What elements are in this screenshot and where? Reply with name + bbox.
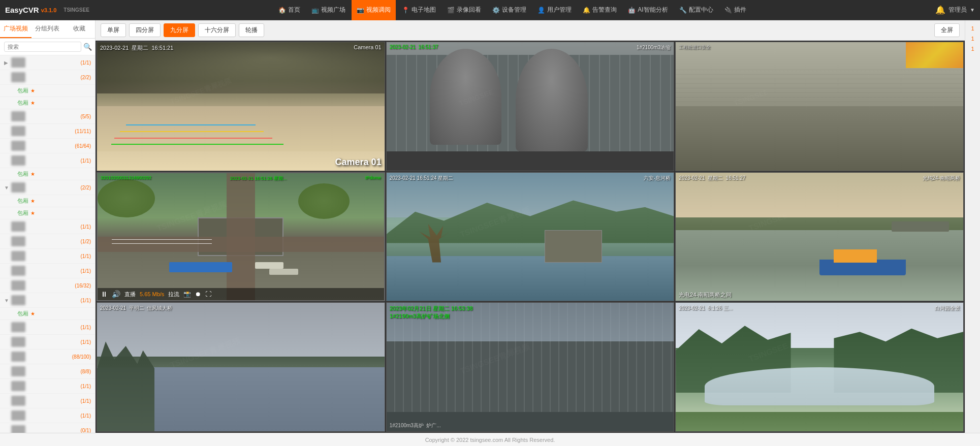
- list-item-room2[interactable]: 包厢 ★: [0, 97, 95, 109]
- camera-thumbnail: [11, 337, 25, 347]
- list-item[interactable]: (88/100): [0, 349, 95, 364]
- four-screen-btn[interactable]: 四分屏: [129, 23, 161, 37]
- camera-thumbnail: [11, 182, 25, 193]
- list-item[interactable]: (0/1): [0, 423, 95, 433]
- tab-group-list[interactable]: 分组列表: [31, 20, 63, 38]
- list-item[interactable]: ▼ (1/1): [0, 293, 95, 308]
- camera-thumbnail: [11, 381, 25, 391]
- video-cell-4[interactable]: TSINGSEE青犀视频 32010200031316900292 2023-0…: [97, 172, 385, 302]
- expand-arrow: ▶: [4, 60, 9, 66]
- search-input[interactable]: [4, 42, 81, 52]
- nav-video[interactable]: 📷 视频调阅: [352, 0, 396, 20]
- list-item[interactable]: (8/8): [0, 364, 95, 379]
- camera-name-2: 1#2100m3浓缩: [637, 44, 671, 51]
- app-logo: EasyCVR v3.1.0 TSINGSEE: [5, 6, 89, 14]
- list-item[interactable]: (1/1): [0, 408, 95, 423]
- top-navigation: EasyCVR v3.1.0 TSINGSEE 🏠 首页 📺 视频广场 📷 视频…: [0, 0, 980, 20]
- favorite-star[interactable]: ★: [30, 311, 35, 316]
- nav-plugin[interactable]: 🔌 插件: [719, 0, 751, 20]
- camera-thumbnail: [11, 111, 25, 121]
- favorite-star[interactable]: ★: [30, 210, 35, 216]
- video-cell-7[interactable]: TSINGSEE青犀视频 2023-02-21 平明二 信凤城大桥: [97, 302, 385, 432]
- camera-thumbnail: [11, 57, 25, 68]
- list-item[interactable]: (1/1): [0, 394, 95, 408]
- tab-plaza-video[interactable]: 广场视频: [0, 20, 31, 38]
- nav-config[interactable]: 🔧 配置中心: [674, 0, 718, 20]
- sidebar-tabs: 广场视频 分组列表 收藏: [0, 20, 95, 39]
- single-screen-btn[interactable]: 单屏: [101, 23, 126, 37]
- video-cell-8[interactable]: TSINGSEE青犀视频 2023年02月21日 星期二 16:53:38 1#…: [386, 302, 675, 432]
- right-num-3[interactable]: 1: [970, 45, 975, 53]
- ai-icon: 🤖: [628, 7, 636, 14]
- video-cell-5[interactable]: TSINGSEE青犀视频 2023-02-21 16:51:24 星期二 六安-…: [386, 172, 675, 302]
- video-area: 单屏 四分屏 九分屏 十六分屏 轮播 全屏 TSI: [96, 20, 965, 433]
- camera-thumbnail: [11, 141, 25, 151]
- list-item[interactable]: ▶ (1/1): [0, 55, 95, 70]
- logo-version: v3.1.0: [41, 7, 57, 13]
- favorite-star[interactable]: ★: [30, 100, 35, 106]
- list-item-room6[interactable]: 包厢 ★: [0, 308, 95, 320]
- camera-thumbnail: [11, 266, 25, 276]
- video-toolbar: 单屏 四分屏 九分屏 十六分屏 轮播 全屏: [96, 20, 965, 41]
- video-cell-3[interactable]: TSINGSEE 工程处进口安全: [675, 42, 964, 171]
- video-icon: 📷: [357, 7, 364, 14]
- footer: Copyright © 2022 tsingsee.com All Rights…: [0, 433, 980, 446]
- search-icon[interactable]: 🔍: [83, 43, 92, 51]
- right-num-2[interactable]: 1: [970, 35, 975, 43]
- tab-favorites[interactable]: 收藏: [64, 20, 95, 38]
- sidebar-tree: ▶ (1/1) (2/2) 包厢 ★ 包厢 ★ (: [0, 55, 95, 433]
- list-item[interactable]: (1/1): [0, 249, 95, 264]
- nine-screen-btn[interactable]: 九分屏: [164, 23, 195, 37]
- list-item[interactable]: (1/1): [0, 320, 95, 335]
- camera-thumbnail: [11, 410, 25, 421]
- video-cell-6[interactable]: TSINGSEE 2023-02-21 星期二 16:51:27 光纯24-南昭…: [675, 172, 964, 302]
- nav-home[interactable]: 🏠 首页: [273, 0, 305, 20]
- nav-alarm[interactable]: 🔔 告警查询: [578, 0, 622, 20]
- nav-user[interactable]: 👤 用户管理: [532, 0, 577, 20]
- sixteen-screen-btn[interactable]: 十六分屏: [198, 23, 236, 37]
- video-cell-1[interactable]: TSINGSEE青犀视频 2023-02-21 星期二 16:51:21 Cam…: [97, 42, 385, 171]
- favorite-star[interactable]: ★: [30, 88, 35, 93]
- nav-map[interactable]: 📍 电子地图: [397, 0, 441, 20]
- nav-device[interactable]: ⚙️ 设备管理: [487, 0, 531, 20]
- map-icon: 📍: [402, 7, 409, 14]
- favorite-star[interactable]: ★: [30, 171, 35, 177]
- video-grid-nine: TSINGSEE青犀视频 2023-02-21 星期二 16:51:21 Cam…: [96, 41, 965, 433]
- list-item-room4[interactable]: 包厢 ★: [0, 195, 95, 207]
- main-layout: 广场视频 分组列表 收藏 🔍 ▶ (1/1) (2/2) 包厢 ★: [0, 20, 980, 433]
- list-item-room3[interactable]: 包厢 ★: [0, 168, 95, 180]
- video-cell-2[interactable]: TSINGSEE 2023-02-21 16:51:37 1#2100m3浓缩: [386, 42, 675, 171]
- list-item[interactable]: (5/5): [0, 109, 95, 124]
- list-item[interactable]: (1/1): [0, 379, 95, 394]
- list-item[interactable]: ▼ (2/2): [0, 180, 95, 195]
- fullscreen-btn[interactable]: 全屏: [934, 23, 960, 37]
- video-cell-9[interactable]: TSINGSEE 2023-02-21 6:1:26 三... 白河园全景: [675, 302, 964, 432]
- list-item-room5[interactable]: 包厢 ★: [0, 207, 95, 219]
- list-item[interactable]: (1/1): [0, 219, 95, 234]
- timestamp-2: 2023-02-21 16:51:37: [390, 44, 438, 51]
- list-item[interactable]: (1/1): [0, 335, 95, 349]
- right-num-1[interactable]: 1: [970, 24, 975, 33]
- list-item[interactable]: (16/32): [0, 278, 95, 293]
- nav-plaza[interactable]: 📺 视频广场: [306, 0, 351, 20]
- list-item[interactable]: (11/11): [0, 124, 95, 139]
- list-item[interactable]: (1/1): [0, 264, 95, 278]
- list-item[interactable]: (61/64): [0, 139, 95, 153]
- list-item[interactable]: (1/1): [0, 153, 95, 168]
- camera-thumbnail: [11, 72, 25, 82]
- video-top-bar-2: 2023-02-21 16:51:37 1#2100m3浓缩: [387, 42, 674, 53]
- nav-replay[interactable]: 🎬 录像回看: [442, 0, 486, 20]
- list-item-room1[interactable]: 包厢 ★: [0, 85, 95, 97]
- plaza-icon: 📺: [311, 7, 319, 14]
- camera-thumbnail: [11, 251, 25, 261]
- admin-dropdown-icon[interactable]: ▼: [970, 7, 975, 13]
- list-item[interactable]: (1/2): [0, 234, 95, 249]
- replay-icon: 🎬: [447, 7, 455, 14]
- list-item[interactable]: (2/2): [0, 70, 95, 85]
- admin-label[interactable]: 管理员: [949, 6, 967, 14]
- tour-btn[interactable]: 轮播: [239, 23, 264, 37]
- nav-ai[interactable]: 🤖 AI智能分析: [623, 0, 673, 20]
- user-icon: 👤: [538, 7, 545, 14]
- notification-bell[interactable]: 🔔: [935, 5, 945, 15]
- favorite-star[interactable]: ★: [30, 198, 35, 204]
